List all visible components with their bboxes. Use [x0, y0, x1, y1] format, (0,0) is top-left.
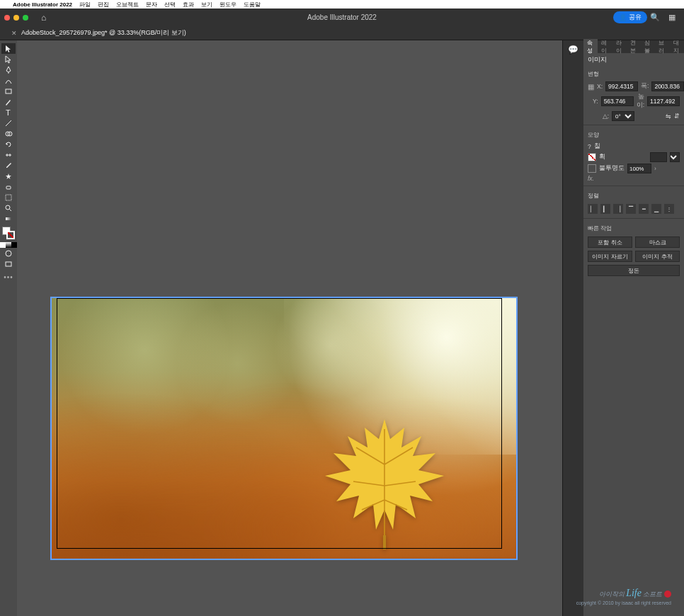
window-minimize-button[interactable]	[13, 15, 19, 21]
menu-view[interactable]: 보기	[201, 1, 212, 8]
crop-image-button[interactable]: 이미지 자르기	[588, 251, 632, 262]
screen-mode-tool[interactable]	[1, 258, 16, 269]
opacity-label: 불투명도	[599, 164, 625, 173]
comments-icon[interactable]: 💬	[568, 45, 578, 55]
app-titlebar: ⌂ Adobe Illustrator 2022 👤 공유 🔍 ▦	[0, 8, 684, 26]
mask-button[interactable]: 마스크	[635, 236, 680, 248]
app-name[interactable]: Adobe Illustrator 2022	[13, 1, 72, 8]
menu-help[interactable]: 도움말	[244, 1, 261, 8]
menu-object[interactable]: 오브젝트	[116, 1, 139, 8]
fill-label: 칠	[594, 142, 600, 151]
zoom-tool[interactable]	[1, 203, 16, 213]
unembed-button[interactable]: 포함 취소	[588, 236, 632, 248]
tab-close-icon[interactable]: ✕	[11, 30, 17, 37]
window-close-button[interactable]	[4, 15, 10, 21]
flip-vertical-icon[interactable]: ⇵	[674, 113, 680, 120]
line-tool[interactable]	[1, 118, 16, 128]
symbol-sprayer-tool[interactable]	[1, 171, 16, 181]
svg-rect-7	[6, 217, 11, 220]
draw-mode-tool[interactable]	[1, 248, 16, 258]
align-hcenter-button[interactable]: ▎	[600, 204, 610, 214]
menu-file[interactable]: 파일	[79, 1, 91, 8]
menu-type[interactable]: 문자	[146, 1, 157, 8]
stroke-weight-input[interactable]	[650, 152, 667, 162]
y-input[interactable]	[601, 96, 634, 106]
opacity-swatch-icon[interactable]	[588, 164, 596, 173]
quick-actions-label: 빠른 작업	[583, 222, 684, 235]
selection-tool[interactable]	[1, 43, 16, 54]
workspace: T •••	[0, 40, 684, 616]
color-normal[interactable]	[0, 242, 6, 248]
tab-artboards[interactable]: 대지	[670, 39, 684, 55]
align-left-button[interactable]: ▏	[588, 204, 598, 214]
shape-builder-tool[interactable]	[1, 128, 16, 139]
pen-tool[interactable]	[1, 64, 16, 75]
color-none[interactable]	[11, 242, 17, 248]
canvas[interactable]	[17, 40, 562, 616]
tab-brushes[interactable]: 브러	[655, 39, 669, 55]
color-gradient[interactable]	[6, 242, 11, 248]
wm-text-c: 소프트	[642, 591, 663, 598]
eraser-tool[interactable]	[1, 181, 16, 192]
fx-label[interactable]: fx.	[588, 175, 594, 182]
menu-edit[interactable]: 편집	[98, 1, 109, 8]
stroke-swatch[interactable]	[6, 231, 15, 239]
workspace-switcher-icon[interactable]: ▦	[668, 13, 676, 22]
share-button[interactable]: 👤 공유	[613, 11, 647, 23]
stroke-color-swatch[interactable]	[588, 153, 596, 161]
rectangle-tool[interactable]	[1, 86, 16, 96]
home-icon[interactable]: ⌂	[41, 13, 46, 23]
search-icon[interactable]: 🔍	[650, 13, 660, 22]
width-tool[interactable]	[1, 149, 16, 160]
distribute-button[interactable]: ⋮	[664, 204, 674, 214]
align-vcenter-button[interactable]: ━	[639, 204, 649, 214]
tab-properties[interactable]: 속성	[583, 39, 598, 55]
tab-swatches[interactable]: 견본	[627, 39, 641, 55]
eyedropper-tool[interactable]	[1, 160, 16, 171]
menu-effect[interactable]: 효과	[183, 1, 194, 8]
align-top-button[interactable]: ▔	[626, 204, 636, 214]
gradient-tool[interactable]	[1, 213, 16, 224]
tab-layers[interactable]: 레이	[598, 39, 612, 55]
tab-libraries[interactable]: 라이	[612, 39, 627, 55]
align-bottom-button[interactable]: ▁	[651, 204, 661, 214]
appearance-section-label: 모양	[583, 128, 684, 142]
direct-selection-tool[interactable]	[1, 54, 16, 64]
width-input[interactable]	[651, 81, 684, 91]
document-tab[interactable]: ✕ AdobeStock_295726979.jpeg* @ 33.33%(RG…	[4, 28, 193, 38]
image-trace-button[interactable]: 이미지 추적	[635, 251, 680, 262]
type-tool[interactable]: T	[1, 107, 16, 118]
flip-horizontal-icon[interactable]: ⇋	[666, 113, 671, 120]
menu-select[interactable]: 선택	[164, 1, 176, 8]
curvature-tool[interactable]	[1, 75, 16, 86]
window-maximize-button[interactable]	[23, 15, 28, 21]
tab-symbols[interactable]: 심볼	[641, 39, 655, 55]
height-input[interactable]	[647, 96, 680, 106]
color-mode-row[interactable]	[0, 242, 17, 248]
paintbrush-tool[interactable]	[1, 96, 16, 107]
macos-menubar: Adobe Illustrator 2022 파일 편집 오브젝트 문자 선택 …	[0, 0, 684, 8]
selection-type-label: 이미지	[583, 53, 684, 67]
artboard-tool[interactable]	[1, 192, 16, 203]
opacity-input[interactable]	[627, 164, 651, 173]
align-right-button[interactable]: ▕	[613, 204, 623, 214]
stroke-profile-select[interactable]	[670, 152, 680, 162]
x-input[interactable]	[605, 81, 638, 91]
edit-toolbar-button[interactable]: •••	[4, 273, 13, 281]
fill-unknown-icon: ?	[588, 143, 591, 150]
wm-text-life: Life	[626, 588, 642, 598]
opacity-flyout-icon[interactable]: ›	[654, 165, 656, 172]
traffic-lights	[4, 15, 28, 21]
reference-point-icon[interactable]: ▦	[588, 83, 594, 91]
fill-stroke-swatch[interactable]	[2, 227, 15, 239]
artboard-selection[interactable]	[50, 297, 518, 560]
wm-dot-icon	[664, 591, 671, 598]
crop-frame[interactable]	[57, 298, 502, 549]
rotation-input[interactable]: 0°	[612, 111, 634, 121]
rotate-tool[interactable]	[1, 139, 16, 149]
svg-rect-9	[6, 262, 11, 266]
arrange-button[interactable]: 정돈	[588, 265, 680, 276]
menu-window[interactable]: 윈도우	[220, 1, 236, 8]
watermark: 아이작의 Life 소프트 copyright © 2010 by isaac …	[576, 587, 671, 606]
toolbar: T •••	[0, 40, 17, 616]
